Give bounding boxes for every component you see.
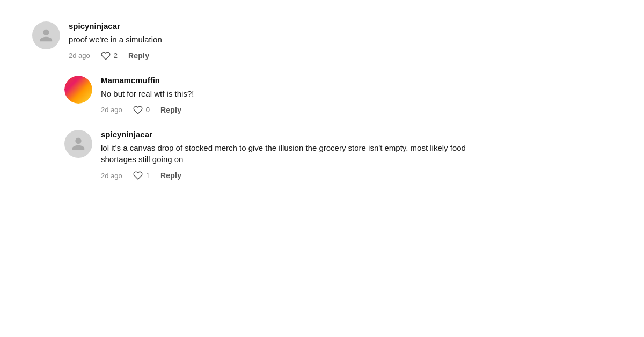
comment-thread: spicyninjacar proof we're in a simulatio… xyxy=(32,21,612,180)
comment-body: spicyninjacar lol it's a canvas drop of … xyxy=(101,130,477,181)
heart-icon xyxy=(133,171,143,180)
comment-timestamp: 2d ago xyxy=(101,172,122,180)
comment-meta: 2d ago 0 Reply xyxy=(101,105,194,115)
person-icon xyxy=(71,136,86,151)
comment-body: Mamamcmuffin No but for real wtf is this… xyxy=(101,76,194,115)
person-icon xyxy=(39,28,54,43)
comment-item: spicyninjacar proof we're in a simulatio… xyxy=(32,21,612,61)
avatar xyxy=(32,21,60,49)
comment-item: Mamamcmuffin No but for real wtf is this… xyxy=(32,76,612,115)
reply-button[interactable]: Reply xyxy=(160,171,181,180)
avatar xyxy=(64,76,92,104)
reply-button[interactable]: Reply xyxy=(128,52,149,60)
like-count: 2 xyxy=(114,52,118,60)
comment-username: spicyninjacar xyxy=(69,21,162,31)
comment-likes: 1 xyxy=(133,171,150,180)
comment-meta: 2d ago 2 Reply xyxy=(69,51,162,61)
comment-meta: 2d ago 1 Reply xyxy=(101,171,477,180)
comment-likes: 0 xyxy=(133,105,150,115)
like-count: 1 xyxy=(146,172,150,180)
heart-icon xyxy=(101,51,111,61)
comment-timestamp: 2d ago xyxy=(101,106,122,114)
comment-text: lol it's a canvas drop of stocked merch … xyxy=(101,142,477,166)
comment-body: spicyninjacar proof we're in a simulatio… xyxy=(69,21,162,61)
like-count: 0 xyxy=(146,106,150,114)
comment-username: Mamamcmuffin xyxy=(101,76,194,85)
comment-timestamp: 2d ago xyxy=(69,52,90,60)
comment-item: spicyninjacar lol it's a canvas drop of … xyxy=(32,130,612,181)
comment-text: No but for real wtf is this?! xyxy=(101,88,194,100)
comment-username: spicyninjacar xyxy=(101,130,477,139)
comment-text: proof we're in a simulation xyxy=(69,34,162,46)
avatar-image xyxy=(64,76,92,104)
avatar xyxy=(64,130,92,158)
heart-icon xyxy=(133,105,143,115)
reply-button[interactable]: Reply xyxy=(160,106,181,114)
comment-likes: 2 xyxy=(101,51,118,61)
